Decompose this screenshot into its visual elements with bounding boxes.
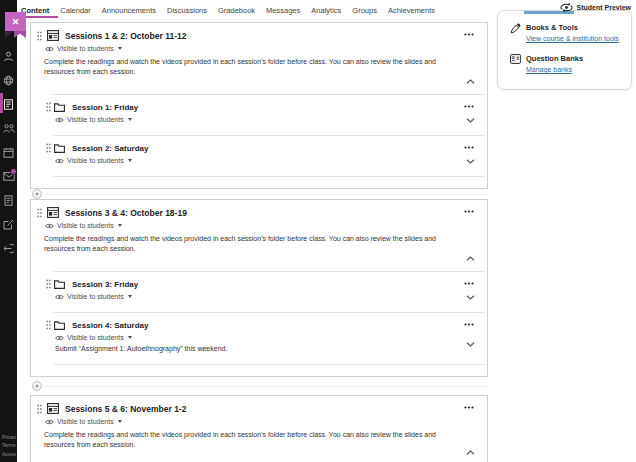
drag-handle-icon[interactable]: [37, 404, 42, 414]
learning-module-card: Sessions 1 & 2: October 11-12 Visible to…: [30, 22, 488, 189]
caret-down-icon: [128, 336, 132, 339]
drag-handle-icon[interactable]: [46, 143, 51, 153]
student-preview-label: Student Preview: [577, 4, 631, 11]
tools-compose-icon[interactable]: [3, 218, 15, 230]
groups-icon[interactable]: [3, 122, 15, 134]
collapse-module-button[interactable]: [464, 448, 477, 457]
module-title[interactable]: Sessions 5 & 6: November 1-2: [65, 404, 186, 414]
profile-icon[interactable]: [3, 50, 15, 62]
folder-title[interactable]: Session 2: Saturday: [72, 144, 148, 153]
eye-icon: [45, 419, 54, 425]
details-actions-panel: Books & Tools View course & institution …: [497, 10, 632, 90]
visibility-dropdown[interactable]: Visible to students: [55, 116, 132, 123]
visibility-dropdown[interactable]: Visible to students: [45, 222, 122, 229]
add-content-divider: [30, 189, 488, 199]
close-panel-button[interactable]: ✕: [5, 12, 26, 39]
folder-title[interactable]: Session 3: Friday: [72, 280, 138, 289]
learning-module-icon: [47, 403, 59, 414]
terms-link[interactable]: Terms: [2, 441, 16, 450]
module-header: Sessions 1 & 2: October 11-12 Visible to…: [31, 23, 487, 94]
messages-icon[interactable]: [3, 170, 15, 182]
visibility-label: Visible to students: [57, 45, 114, 52]
expand-folder-button[interactable]: [464, 340, 477, 349]
folder-title[interactable]: Session 4: Saturday: [72, 321, 148, 330]
eye-icon: [45, 223, 54, 229]
tab-gradebook[interactable]: Gradebook: [218, 6, 255, 15]
item-menu-button[interactable]: [462, 280, 476, 287]
close-icon: ✕: [12, 17, 20, 27]
visibility-dropdown[interactable]: Visible to students: [45, 45, 122, 52]
module-description: Complete the readings and watch the vide…: [44, 57, 457, 76]
drag-handle-icon[interactable]: [46, 279, 51, 289]
base-navigation-sidebar: Privacy Terms Accessibility: [0, 0, 17, 462]
module-menu-button[interactable]: [462, 31, 476, 38]
module-description: Complete the readings and watch the vide…: [44, 430, 457, 449]
messages-badge: [10, 168, 17, 175]
manage-banks-link[interactable]: Manage banks: [526, 66, 583, 73]
books-tools-title: Books & Tools: [526, 23, 619, 32]
module-menu-button[interactable]: [462, 208, 476, 215]
learning-module-card: Sessions 5 & 6: November 1-2 Visible to …: [30, 395, 488, 462]
eye-icon: [55, 335, 64, 341]
module-menu-button[interactable]: [462, 404, 476, 411]
content-item-row: Session 1: Friday Visible to students: [31, 94, 487, 135]
add-content-button[interactable]: [32, 189, 42, 199]
caret-down-icon: [118, 47, 122, 50]
collapse-module-button[interactable]: [464, 77, 477, 86]
tab-calendar[interactable]: Calendar: [60, 6, 90, 15]
accessibility-link[interactable]: Accessibility: [2, 450, 16, 459]
sign-out-icon[interactable]: [3, 242, 15, 254]
module-description: Complete the readings and watch the vide…: [44, 234, 457, 253]
module-header: Sessions 5 & 6: November 1-2 Visible to …: [31, 396, 487, 462]
drag-handle-icon[interactable]: [46, 102, 51, 112]
course-content-list: Sessions 1 & 2: October 11-12 Visible to…: [30, 22, 488, 462]
visibility-label: Visible to students: [67, 116, 124, 123]
add-content-button[interactable]: [32, 381, 42, 391]
module-footer: [31, 364, 487, 376]
folder-note: Submit “Assignment 1: Autoethnography” t…: [55, 345, 457, 352]
tab-discussions[interactable]: Discussions: [167, 6, 207, 15]
eye-icon: [55, 158, 64, 164]
expand-folder-button[interactable]: [464, 157, 477, 166]
eye-icon: [55, 294, 64, 300]
institution-globe-icon[interactable]: [3, 74, 15, 86]
folder-icon: [54, 321, 65, 330]
tab-groups[interactable]: Groups: [352, 6, 377, 15]
visibility-dropdown[interactable]: Visible to students: [55, 293, 132, 300]
visibility-dropdown[interactable]: Visible to students: [55, 157, 132, 164]
module-title[interactable]: Sessions 1 & 2: October 11-12: [65, 31, 186, 41]
expand-folder-button[interactable]: [464, 293, 477, 302]
caret-down-icon: [118, 224, 122, 227]
collapse-module-button[interactable]: [464, 254, 477, 263]
visibility-dropdown[interactable]: Visible to students: [45, 418, 122, 425]
item-menu-button[interactable]: [462, 103, 476, 110]
learning-module-card: Sessions 3 & 4: October 18-19 Visible to…: [30, 199, 488, 377]
item-menu-button[interactable]: [462, 321, 476, 328]
grades-icon[interactable]: [3, 194, 15, 206]
visibility-label: Visible to students: [67, 293, 124, 300]
visibility-label: Visible to students: [67, 157, 124, 164]
view-course-tools-link[interactable]: View course & institution tools: [526, 35, 619, 42]
tab-analytics[interactable]: Analytics: [311, 6, 341, 15]
add-content-divider: [30, 377, 488, 395]
courses-icon[interactable]: [3, 98, 15, 110]
caret-down-icon: [118, 420, 122, 423]
drag-handle-icon[interactable]: [37, 208, 42, 218]
content-item-row: Session 3: Friday Visible to students: [31, 271, 487, 312]
drag-handle-icon[interactable]: [46, 320, 51, 330]
drag-handle-icon[interactable]: [37, 31, 42, 41]
expand-folder-button[interactable]: [464, 116, 477, 125]
module-footer: [31, 176, 487, 188]
tab-messages[interactable]: Messages: [266, 6, 300, 15]
privacy-link[interactable]: Privacy: [2, 433, 16, 442]
tab-announcements[interactable]: Announcements: [102, 6, 156, 15]
student-preview-button[interactable]: Student Preview: [560, 2, 631, 13]
folder-icon: [54, 280, 65, 289]
calendar-icon[interactable]: [3, 146, 15, 158]
visibility-dropdown[interactable]: Visible to students: [55, 334, 132, 341]
tab-achievements[interactable]: Achievements: [388, 6, 435, 15]
module-title[interactable]: Sessions 3 & 4: October 18-19: [65, 208, 187, 218]
folder-title[interactable]: Session 1: Friday: [72, 103, 138, 112]
module-header: Sessions 3 & 4: October 18-19 Visible to…: [31, 200, 487, 271]
item-menu-button[interactable]: [462, 144, 476, 151]
